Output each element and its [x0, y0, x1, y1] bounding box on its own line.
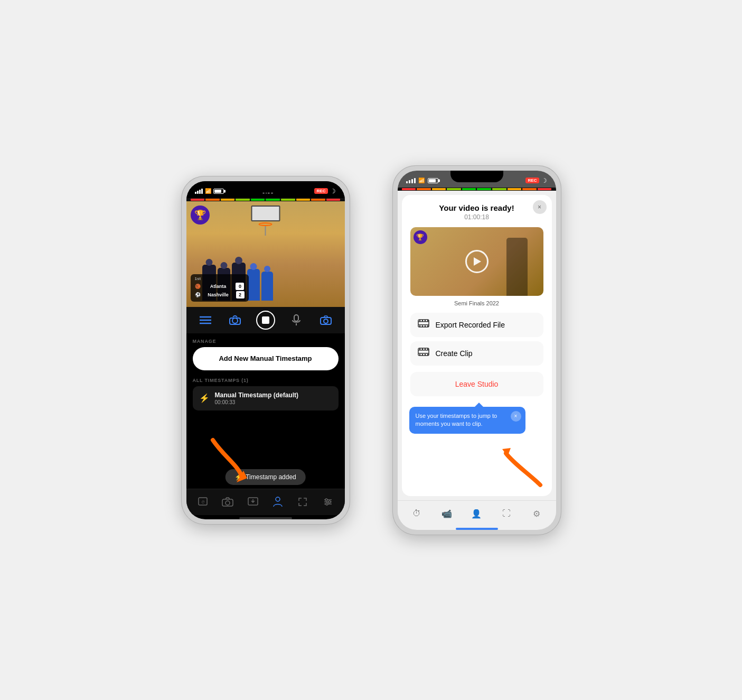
modal-subtitle: 01:00:18 — [410, 213, 543, 221]
svg-rect-30 — [419, 325, 420, 327]
svg-rect-40 — [427, 348, 428, 350]
nav2-timer[interactable]: ⏱ — [409, 506, 424, 521]
rec-badge-2: REC — [525, 178, 540, 183]
svg-rect-38 — [422, 348, 423, 350]
modal-card: × Your video is ready! 01:00:18 🏆 — [402, 195, 552, 496]
main-content: MANAGE Add New Manual Timestamp ALL TIME… — [186, 333, 345, 489]
nav2-camera[interactable]: 📹 — [439, 506, 454, 521]
svg-rect-29 — [427, 320, 428, 321]
svg-rect-43 — [425, 354, 426, 356]
tooltip-bubble: Use your timestamps to jump to moments y… — [409, 407, 525, 434]
svg-point-15 — [276, 497, 280, 501]
toast-notification: ⚡ Timestamp added — [225, 469, 306, 485]
manage-label: MANAGE — [193, 339, 339, 344]
svg-text:⏱: ⏱ — [201, 500, 205, 504]
controls-bar — [186, 307, 345, 333]
phone-1: 📶 0:33 REC ☽ — [181, 176, 350, 525]
nav-export-button[interactable] — [245, 492, 261, 511]
svg-rect-27 — [422, 320, 423, 321]
leave-studio-button[interactable]: Leave Studio — [410, 372, 543, 396]
svg-rect-39 — [425, 348, 426, 350]
svg-point-8 — [324, 319, 328, 323]
leave-label: Leave Studio — [455, 380, 499, 388]
timestamp-name: Manual Timestamp (default) — [215, 391, 298, 399]
video-label: Semi Finals 2022 — [410, 300, 543, 306]
mic-button[interactable] — [288, 312, 305, 329]
nav-expand-button[interactable] — [294, 492, 311, 511]
tooltip-text: Use your timestamps to jump to moments y… — [416, 413, 497, 427]
nav2-settings[interactable]: ⚙ — [529, 506, 544, 521]
nav-settings-button[interactable] — [320, 492, 336, 511]
export-button[interactable]: Export Recorded File — [410, 313, 543, 337]
modal-overlay: × Your video is ready! 01:00:18 🏆 — [398, 191, 556, 500]
menu-button[interactable] — [197, 312, 214, 329]
home-indicator-2 — [456, 528, 498, 530]
svg-point-3 — [232, 318, 238, 323]
timestamp-item[interactable]: ⚡ Manual Timestamp (default) 00:00:33 — [193, 386, 339, 410]
film-icon — [418, 319, 429, 331]
camera-switch-button[interactable] — [227, 312, 243, 329]
video-thumbnail[interactable]: 🏆 — [410, 227, 543, 296]
svg-rect-5 — [294, 315, 298, 321]
export-label: Export Recorded File — [436, 321, 505, 329]
clip-icon — [418, 347, 429, 359]
timestamps-section-label: ALL TIMESTAMPS (1) — [193, 378, 339, 383]
rec-badge: REC — [314, 188, 328, 194]
add-timestamp-button[interactable]: Add New Manual Timestamp — [193, 347, 339, 370]
svg-rect-25 — [418, 324, 429, 325]
bottom-nav-2: ⏱ 📹 👤 ⛶ ⚙ — [398, 500, 556, 527]
thumb-trophy-icon: 🏆 — [414, 230, 427, 244]
svg-rect-26 — [419, 320, 420, 321]
svg-rect-32 — [425, 325, 426, 327]
nav2-person[interactable]: 👤 — [469, 506, 484, 521]
nav-camera-button[interactable] — [219, 492, 236, 511]
svg-point-21 — [326, 503, 328, 505]
trophy-logo: 🏆 — [191, 206, 210, 225]
scoreboard: 1st 🏀 Atlanta 0 ⚽ Nashville 2 — [191, 274, 249, 302]
nav-person-button[interactable] — [269, 492, 286, 511]
tooltip-close-button[interactable]: × — [511, 411, 521, 422]
nav2-expand[interactable]: ⛶ — [499, 506, 514, 521]
photo-button[interactable] — [317, 312, 334, 329]
clip-label: Create Clip — [436, 349, 473, 358]
svg-point-19 — [325, 499, 327, 501]
play-button[interactable] — [465, 250, 489, 273]
modal-title: Your video is ready! — [410, 203, 543, 212]
svg-rect-31 — [422, 325, 423, 327]
svg-rect-44 — [427, 354, 428, 356]
toast-text: Timestamp added — [246, 473, 296, 481]
svg-point-12 — [226, 501, 230, 505]
svg-rect-28 — [425, 320, 426, 321]
svg-rect-24 — [418, 321, 429, 322]
phone-2: 📶 0:10 REC ☽ — [392, 165, 561, 535]
flash-icon: ⚡ — [199, 393, 210, 403]
svg-rect-36 — [418, 353, 429, 354]
close-button[interactable]: × — [533, 200, 547, 214]
home-indicator — [239, 517, 292, 519]
toast-flash-icon: ⚡ — [234, 473, 242, 481]
svg-rect-37 — [419, 348, 420, 350]
bottom-navigation: ⏱ — [186, 489, 345, 515]
create-clip-button[interactable]: Create Clip — [410, 341, 543, 366]
stop-button[interactable] — [256, 311, 275, 330]
svg-rect-42 — [422, 354, 423, 356]
notch-2 — [450, 171, 503, 182]
nav-timer-button[interactable]: ⏱ — [194, 492, 211, 511]
svg-rect-35 — [418, 350, 429, 351]
svg-point-20 — [328, 501, 331, 503]
svg-rect-41 — [419, 354, 420, 356]
video-preview: 🏆 1st 🏀 Atlanta 0 ⚽ Nashville 2 — [186, 201, 345, 307]
svg-rect-33 — [427, 325, 428, 327]
notch — [239, 181, 292, 193]
timestamp-time: 00:00:33 — [215, 399, 298, 405]
